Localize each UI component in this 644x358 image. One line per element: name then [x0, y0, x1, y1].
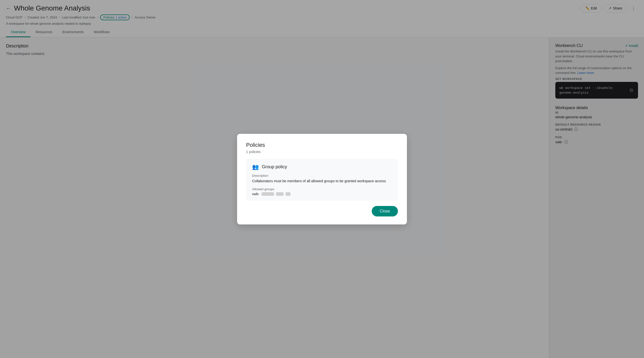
policy-card-header: 👥 Group policy — [252, 164, 392, 170]
modal-overlay[interactable]: Policies 1 policies 👥 Group policy Descr… — [0, 0, 644, 358]
policy-desc-text: Collaborators must be members of all all… — [252, 179, 392, 184]
modal-subtitle: 1 policies — [246, 150, 398, 154]
close-button[interactable]: Close — [372, 206, 398, 216]
policy-name: Group policy — [262, 164, 287, 170]
policy-groups-value: vwb- — [252, 192, 392, 196]
modal-footer: Close — [246, 206, 398, 216]
policies-modal: Policies 1 policies 👥 Group policy Descr… — [237, 134, 407, 224]
groups-prefix: vwb- — [252, 192, 260, 196]
redacted-1 — [262, 192, 274, 196]
redacted-2 — [276, 192, 284, 196]
group-policy-icon: 👥 — [252, 164, 259, 170]
policy-card: 👥 Group policy Description Collaborators… — [246, 159, 398, 201]
redacted-3 — [286, 192, 290, 196]
modal-title: Policies — [246, 142, 398, 148]
policy-groups-label: Allowed groups — [252, 187, 392, 191]
policy-desc-label: Description — [252, 174, 392, 178]
